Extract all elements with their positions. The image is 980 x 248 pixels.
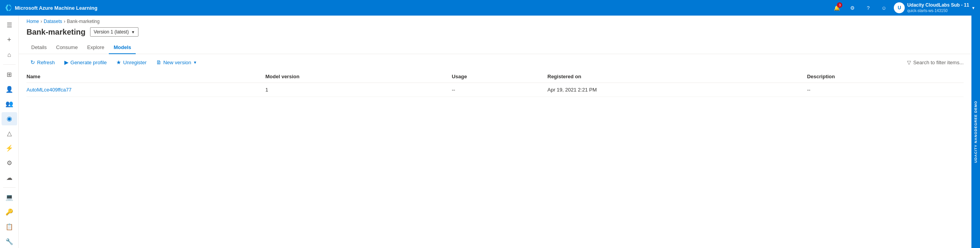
cell-description: --: [807, 83, 964, 97]
user-menu[interactable]: U Udacity CloudLabs Sub - 11 quick-start…: [894, 2, 975, 14]
home-icon: ⌂: [7, 51, 11, 58]
toolbar: ↻ Refresh ▶ Generate profile ★ Unregiste…: [19, 54, 971, 70]
sidebar-item-dashboard[interactable]: ⊞: [2, 68, 17, 81]
question-icon: ?: [867, 5, 870, 11]
tab-explore[interactable]: Explore: [82, 41, 109, 54]
cell-registered-on: Apr 19, 2021 2:21 PM: [548, 83, 807, 97]
key-icon: 🔑: [5, 208, 13, 216]
breadcrumb-sep-1: ›: [41, 19, 42, 24]
sidebar-item-manage[interactable]: 👥: [2, 97, 17, 111]
plus-icon: +: [7, 36, 11, 44]
sidebar-divider-1: [3, 64, 16, 65]
tools-icon: 🔧: [5, 238, 13, 245]
page-header: Bank-marketing Version 1 (latest) ▼: [19, 26, 971, 37]
notification-button[interactable]: 🔔 3: [831, 2, 842, 13]
breadcrumb-datasets[interactable]: Datasets: [44, 19, 62, 24]
sidebar-item-keys[interactable]: 🔑: [2, 206, 17, 219]
sidebar-item-menu[interactable]: ☰: [2, 19, 17, 32]
sidebar-item-logs[interactable]: 📋: [2, 220, 17, 233]
sidebar-item-notebooks[interactable]: 💻: [2, 191, 17, 204]
sidebar-item-deployments[interactable]: ☁: [2, 171, 17, 184]
tab-details[interactable]: Details: [27, 41, 51, 54]
sidebar: ☰ + ⌂ ⊞ 👤 👥 ◉ △ ⚡ ⚙ ☁: [0, 16, 19, 248]
table-row: AutoMLce409ffca77 1 -- Apr 19, 2021 2:21…: [27, 83, 964, 97]
refresh-button[interactable]: ↻ Refresh: [27, 57, 59, 67]
filter-icon: ▽: [907, 60, 911, 65]
model-name-link[interactable]: AutoMLce409ffca77: [27, 87, 71, 93]
new-version-chevron-icon: ▼: [193, 60, 197, 65]
unregister-button[interactable]: ★ Unregister: [112, 57, 151, 67]
breadcrumb-sep-2: ›: [64, 19, 65, 24]
new-version-label: New version: [163, 60, 191, 65]
search-filter-label: Search to filter items...: [913, 60, 964, 65]
feedback-button[interactable]: ☺: [878, 2, 889, 13]
cell-name: AutoMLce409ffca77: [27, 83, 265, 97]
col-name: Name: [27, 70, 265, 83]
generate-profile-button[interactable]: ▶ Generate profile: [60, 57, 111, 67]
avatar: U: [894, 2, 905, 13]
person-icon: 👤: [5, 86, 13, 93]
breadcrumb-current: Bank-marketing: [67, 19, 99, 24]
help-button[interactable]: ?: [863, 2, 874, 13]
col-registered-on: Registered on: [548, 70, 807, 83]
sidebar-item-home[interactable]: ⌂: [2, 48, 17, 62]
top-header: Microsoft Azure Machine Learning 🔔 3 ⚙ ?…: [0, 0, 980, 16]
chevron-down-icon: ▼: [971, 6, 975, 10]
refresh-icon: ↻: [30, 59, 35, 65]
sidebar-item-pipelines[interactable]: ⚡: [2, 141, 17, 155]
search-filter[interactable]: ▽ Search to filter items...: [907, 60, 964, 65]
smiley-icon: ☺: [881, 5, 886, 11]
data-table: Name Model version Usage Registered on D…: [19, 70, 971, 248]
refresh-label: Refresh: [37, 60, 55, 65]
tabs: Details Consume Explore Models: [19, 38, 971, 54]
user-name: Udacity CloudLabs Sub - 11: [907, 2, 969, 9]
main-layout: ☰ + ⌂ ⊞ 👤 👥 ◉ △ ⚡ ⚙ ☁: [0, 16, 980, 248]
group-icon: 👥: [5, 100, 13, 107]
sidebar-item-new[interactable]: +: [2, 33, 17, 47]
unregister-label: Unregister: [123, 60, 147, 65]
tab-consume[interactable]: Consume: [51, 41, 83, 54]
flask-icon: △: [7, 130, 12, 137]
gear-icon: ⚙: [850, 5, 855, 11]
models-table: Name Model version Usage Registered on D…: [27, 70, 964, 97]
col-usage: Usage: [452, 70, 547, 83]
app-logo: Microsoft Azure Machine Learning: [5, 4, 97, 12]
breadcrumb: Home › Datasets › Bank-marketing: [19, 16, 971, 26]
sidebar-item-experiments[interactable]: △: [2, 127, 17, 140]
grid-icon: ⊞: [7, 71, 12, 78]
new-version-icon: 🗎: [156, 59, 161, 65]
cell-model-version: 1: [265, 83, 452, 97]
chevron-down-icon: ▼: [131, 30, 135, 34]
user-workspace: quick-starts-ws-143150: [907, 8, 969, 13]
side-banner-text: UDACITY NANODEGREE DEMO: [974, 101, 978, 163]
version-label: Version 1 (latest): [94, 29, 129, 35]
cloud-icon: ☁: [6, 174, 12, 181]
sidebar-item-tools[interactable]: 🔧: [2, 235, 17, 248]
menu-icon: ☰: [7, 21, 12, 29]
app-title: Microsoft Azure Machine Learning: [15, 5, 97, 11]
compute-icon: ⚙: [7, 159, 12, 167]
sidebar-divider-2: [3, 187, 16, 188]
star-icon: ★: [116, 59, 121, 65]
play-icon: ▶: [64, 59, 69, 65]
logs-icon: 📋: [5, 223, 13, 230]
content-area: Home › Datasets › Bank-marketing Bank-ma…: [19, 16, 971, 248]
sidebar-item-compute[interactable]: ⚙: [2, 156, 17, 169]
pipeline-icon: ⚡: [5, 144, 13, 152]
version-dropdown[interactable]: Version 1 (latest) ▼: [90, 27, 138, 37]
azure-logo-icon: [5, 4, 12, 12]
new-version-button[interactable]: 🗎 New version ▼: [152, 57, 201, 67]
notification-badge: 3: [837, 2, 842, 8]
page-title: Bank-marketing: [27, 28, 85, 37]
header-left: Microsoft Azure Machine Learning: [5, 4, 97, 12]
settings-button[interactable]: ⚙: [847, 2, 858, 13]
header-right: 🔔 3 ⚙ ? ☺ U Udacity CloudLabs Sub - 11 q…: [831, 2, 975, 14]
user-text: Udacity CloudLabs Sub - 11 quick-starts-…: [907, 2, 969, 14]
sidebar-item-profile[interactable]: 👤: [2, 83, 17, 96]
notebook-icon: 💻: [5, 193, 13, 201]
tab-models[interactable]: Models: [109, 41, 136, 54]
sidebar-item-datasets[interactable]: ◉: [2, 112, 17, 125]
col-description: Description: [807, 70, 964, 83]
side-banner[interactable]: UDACITY NANODEGREE DEMO: [971, 16, 980, 248]
breadcrumb-home[interactable]: Home: [27, 19, 39, 24]
